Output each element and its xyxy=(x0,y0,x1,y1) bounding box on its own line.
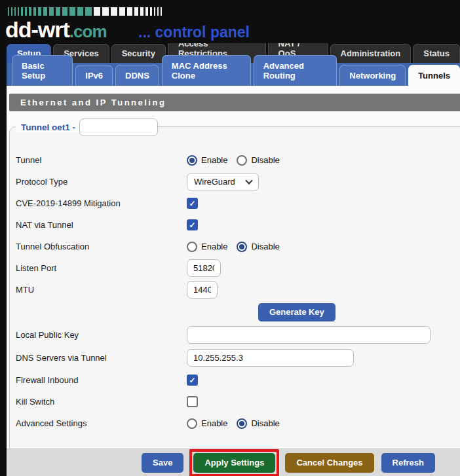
row-nat-via-tunnel: NAT via Tunnel xyxy=(9,214,460,236)
generate-key-button[interactable]: Generate Key xyxy=(258,303,335,321)
refresh-button[interactable]: Refresh xyxy=(381,453,435,473)
kill-switch-label: Kill Switch xyxy=(16,397,187,407)
firewall-inbound-checkbox[interactable] xyxy=(187,375,198,386)
row-dns-servers: DNS Servers via Tunnel xyxy=(9,346,460,369)
logo-tagline: ... control panel xyxy=(138,24,250,41)
dns-servers-input[interactable] xyxy=(187,349,354,367)
cve-mitigation-label: CVE-2019-14899 Mitigation xyxy=(16,198,187,208)
tunnel-obfuscation-label: Tunnel Obfuscation xyxy=(16,242,187,251)
row-listen-port: Listen Port xyxy=(9,257,460,279)
tunnel-disable-label: Disable xyxy=(251,155,279,165)
logo-text-suffix: .com xyxy=(69,22,107,41)
tab-administration[interactable]: Administration xyxy=(330,44,412,63)
local-public-key-input[interactable] xyxy=(187,326,431,344)
listen-port-label: Listen Port xyxy=(16,263,187,273)
content-area: Ethernet and IP Tunneling Tunnel oet1 - … xyxy=(7,86,460,449)
logo-bars-graphic xyxy=(8,7,162,16)
nat-via-tunnel-label: NAT via Tunnel xyxy=(16,220,187,230)
row-tunnel-obfuscation: Tunnel Obfuscation Enable Disable xyxy=(9,236,460,257)
chevron-down-icon xyxy=(245,177,252,184)
tunnel-label: Tunnel xyxy=(16,155,187,165)
logo-text-main: dd-wrt xyxy=(5,17,69,42)
subtab-ddns[interactable]: DDNS xyxy=(115,65,159,86)
tunnel-radio-group: Enable Disable xyxy=(187,155,285,166)
listen-port-input[interactable] xyxy=(187,259,221,277)
advanced-settings-label: Advanced Settings xyxy=(16,418,187,428)
dd-wrt-control-panel: dd-wrt.com ... control panel Setup Servi… xyxy=(0,0,460,476)
footer-action-bar: Save Apply Settings Cancel Changes Refre… xyxy=(7,449,460,476)
tunnel-legend-label: Tunnel oet1 - xyxy=(16,122,79,132)
row-firewall-inbound: Firewall Inbound xyxy=(9,369,460,391)
row-protocol-type: Protocol Type WireGuard xyxy=(9,171,460,192)
tunnel-disable-radio[interactable] xyxy=(237,155,247,166)
nat-via-tunnel-checkbox[interactable] xyxy=(187,219,198,230)
row-advanced-settings: Advanced Settings Enable Disable xyxy=(9,412,460,434)
firewall-inbound-label: Firewall Inbound xyxy=(16,375,187,385)
obfuscation-disable-label: Disable xyxy=(251,242,279,251)
local-public-key-label: Local Public Key xyxy=(16,330,187,340)
tunnel-legend: Tunnel oet1 - xyxy=(16,119,158,136)
obfuscation-disable-radio[interactable] xyxy=(237,242,247,252)
row-mtu: MTU xyxy=(9,279,460,301)
protocol-type-label: Protocol Type xyxy=(16,177,187,187)
row-tunnel: Tunnel Enable Disable xyxy=(9,149,460,171)
tab-status[interactable]: Status xyxy=(413,44,460,63)
kill-switch-checkbox[interactable] xyxy=(187,396,198,407)
cancel-changes-button[interactable]: Cancel Changes xyxy=(285,453,374,473)
dns-servers-label: DNS Servers via Tunnel xyxy=(16,353,187,363)
row-cve-mitigation: CVE-2019-14899 Mitigation xyxy=(9,192,460,214)
protocol-type-value: WireGuard xyxy=(194,177,235,187)
tunnel-enable-radio[interactable] xyxy=(187,155,197,166)
row-kill-switch: Kill Switch xyxy=(9,391,460,412)
tunnel-enable-label: Enable xyxy=(201,155,227,165)
subtab-networking[interactable]: Networking xyxy=(339,65,406,86)
save-button[interactable]: Save xyxy=(142,453,183,473)
subtab-basic-setup[interactable]: Basic Setup xyxy=(12,55,73,86)
obfuscation-radio-group: Enable Disable xyxy=(187,242,285,252)
advanced-enable-label: Enable xyxy=(201,418,227,428)
sub-tab-bar: Basic Setup IPv6 DDNS MAC Address Clone … xyxy=(7,63,460,86)
mtu-input[interactable] xyxy=(187,281,218,299)
form-rows: Tunnel Enable Disable Protocol Type Wire… xyxy=(9,149,460,434)
tab-security[interactable]: Security xyxy=(111,44,166,63)
section-header: Ethernet and IP Tunneling xyxy=(9,94,460,111)
obfuscation-enable-radio[interactable] xyxy=(187,242,197,252)
header: dd-wrt.com ... control panel xyxy=(0,0,460,43)
row-local-public-key: Local Public Key xyxy=(9,323,460,346)
advanced-enable-radio[interactable] xyxy=(187,418,197,429)
advanced-disable-label: Disable xyxy=(251,418,279,428)
subtab-tunnels[interactable]: Tunnels xyxy=(408,65,460,86)
obfuscation-enable-label: Enable xyxy=(201,242,227,251)
subtab-mac-address-clone[interactable]: MAC Address Clone xyxy=(162,55,251,86)
advanced-radio-group: Enable Disable xyxy=(187,418,285,429)
logo: dd-wrt.com ... control panel xyxy=(5,17,250,43)
apply-settings-button[interactable]: Apply Settings xyxy=(193,453,275,473)
cve-mitigation-checkbox[interactable] xyxy=(187,198,198,209)
subtab-advanced-routing[interactable]: Advanced Routing xyxy=(254,55,337,86)
row-generate-key: Generate Key xyxy=(9,301,460,323)
advanced-disable-radio[interactable] xyxy=(237,418,247,429)
mtu-label: MTU xyxy=(16,285,187,295)
apply-settings-highlight: Apply Settings xyxy=(189,449,279,476)
tunnel-name-input[interactable] xyxy=(79,119,158,136)
subtab-ipv6[interactable]: IPv6 xyxy=(75,65,113,86)
protocol-type-select[interactable]: WireGuard xyxy=(187,173,259,191)
